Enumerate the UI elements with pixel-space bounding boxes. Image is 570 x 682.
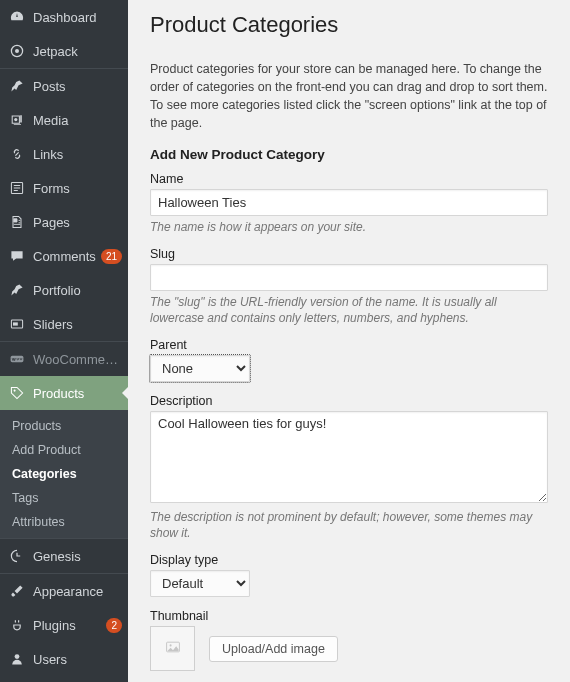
main-content: Product Categories Product categories fo… xyxy=(128,0,570,682)
submenu-item-tags[interactable]: Tags xyxy=(0,486,128,510)
select-parent[interactable]: None xyxy=(150,355,250,382)
svg-rect-5 xyxy=(13,322,18,325)
form-icon xyxy=(8,179,26,197)
svg-point-1 xyxy=(15,49,19,53)
sidebar-item-label: Links xyxy=(33,147,122,162)
comment-icon xyxy=(8,247,26,265)
sidebar-item-dashboard[interactable]: Dashboard xyxy=(0,0,128,34)
submenu-products: ProductsAdd ProductCategoriesTagsAttribu… xyxy=(0,410,128,538)
section-title: Add New Product Category xyxy=(150,147,548,162)
sidebar-item-label: Appearance xyxy=(33,584,122,599)
sidebar-item-label: Dashboard xyxy=(33,10,122,25)
svg-point-7 xyxy=(14,390,16,392)
sidebar-item-media[interactable]: Media xyxy=(0,103,128,137)
hint-description: The description is not prominent by defa… xyxy=(150,509,548,541)
pin-icon xyxy=(8,77,26,95)
submenu-item-categories[interactable]: Categories xyxy=(0,462,128,486)
sidebar-item-label: Users xyxy=(33,652,122,667)
field-display-type: Display type Default xyxy=(150,553,548,597)
sidebar-item-tools[interactable]: Tools xyxy=(0,676,128,682)
badge-comments: 21 xyxy=(101,249,122,264)
sidebar-item-label: Products xyxy=(33,386,122,401)
textarea-description[interactable] xyxy=(150,411,548,503)
brush-icon xyxy=(8,582,26,600)
sidebar-item-pages[interactable]: Pages xyxy=(0,205,128,239)
media-icon xyxy=(8,111,26,129)
sidebar-item-label: Media xyxy=(33,113,122,128)
tag-icon xyxy=(8,384,26,402)
label-display-type: Display type xyxy=(150,553,548,567)
label-thumbnail: Thumbnail xyxy=(150,609,548,623)
circle-dot-icon xyxy=(8,42,26,60)
sidebar-item-links[interactable]: Links xyxy=(0,137,128,171)
sidebar-item-products[interactable]: Products xyxy=(0,376,128,410)
plug-icon xyxy=(8,616,26,634)
svg-point-8 xyxy=(15,654,20,659)
sidebar-item-jetpack[interactable]: Jetpack xyxy=(0,34,128,68)
sidebar-item-portfolio[interactable]: Portfolio xyxy=(0,273,128,307)
user-icon xyxy=(8,650,26,668)
field-slug: Slug The "slug" is the URL-friendly vers… xyxy=(150,247,548,326)
field-thumbnail: Thumbnail Upload/Add image xyxy=(150,609,548,671)
field-description: Description The description is not promi… xyxy=(150,394,548,541)
sidebar-item-label: Forms xyxy=(33,181,122,196)
sidebar-item-users[interactable]: Users xyxy=(0,642,128,676)
sidebar-item-label: Genesis xyxy=(33,549,122,564)
badge-plugins: 2 xyxy=(106,618,122,633)
sidebar-item-appearance[interactable]: Appearance xyxy=(0,573,128,608)
sidebar-item-genesis[interactable]: Genesis xyxy=(0,538,128,573)
label-parent: Parent xyxy=(150,338,548,352)
sidebar-item-sliders[interactable]: Sliders xyxy=(0,307,128,341)
link-icon xyxy=(8,145,26,163)
sidebar-item-label: Jetpack xyxy=(33,44,122,59)
thumbnail-placeholder xyxy=(150,626,195,671)
sidebar-item-posts[interactable]: Posts xyxy=(0,68,128,103)
sidebar-item-label: Comments xyxy=(33,249,97,264)
sliders-icon xyxy=(8,315,26,333)
label-name: Name xyxy=(150,172,548,186)
sidebar-item-label: Portfolio xyxy=(33,283,122,298)
sidebar-item-label: Posts xyxy=(33,79,122,94)
submenu-item-add-product[interactable]: Add Product xyxy=(0,438,128,462)
svg-point-2 xyxy=(14,118,17,121)
sidebar-item-plugins[interactable]: Plugins2 xyxy=(0,608,128,642)
label-slug: Slug xyxy=(150,247,548,261)
field-name: Name The name is how it appears on your … xyxy=(150,172,548,235)
input-name[interactable] xyxy=(150,189,548,216)
gauge-icon xyxy=(8,8,26,26)
admin-sidebar: DashboardJetpackPostsMediaLinksFormsPage… xyxy=(0,0,128,682)
select-display-type[interactable]: Default xyxy=(150,570,250,597)
field-parent: Parent None xyxy=(150,338,548,382)
page-intro: Product categories for your store can be… xyxy=(150,60,548,133)
sidebar-item-label: WooCommerce xyxy=(33,352,122,367)
sidebar-item-forms[interactable]: Forms xyxy=(0,171,128,205)
submenu-item-products-list[interactable]: Products xyxy=(0,414,128,438)
hint-name: The name is how it appears on your site. xyxy=(150,219,548,235)
hint-slug: The "slug" is the URL-friendly version o… xyxy=(150,294,548,326)
pin-icon xyxy=(8,281,26,299)
page-title: Product Categories xyxy=(150,12,548,38)
label-description: Description xyxy=(150,394,548,408)
image-icon xyxy=(165,639,181,658)
genesis-icon xyxy=(8,547,26,565)
submenu-item-attributes[interactable]: Attributes xyxy=(0,510,128,534)
sidebar-item-comments[interactable]: Comments21 xyxy=(0,239,128,273)
sidebar-item-label: Pages xyxy=(33,215,122,230)
upload-image-button[interactable]: Upload/Add image xyxy=(209,636,338,662)
page-icon xyxy=(8,213,26,231)
sidebar-item-label: Plugins xyxy=(33,618,102,633)
sidebar-item-woocommerce[interactable]: WooCommerce xyxy=(0,341,128,376)
woo-icon xyxy=(8,350,26,368)
input-slug[interactable] xyxy=(150,264,548,291)
sidebar-item-label: Sliders xyxy=(33,317,122,332)
svg-point-15 xyxy=(169,645,171,647)
